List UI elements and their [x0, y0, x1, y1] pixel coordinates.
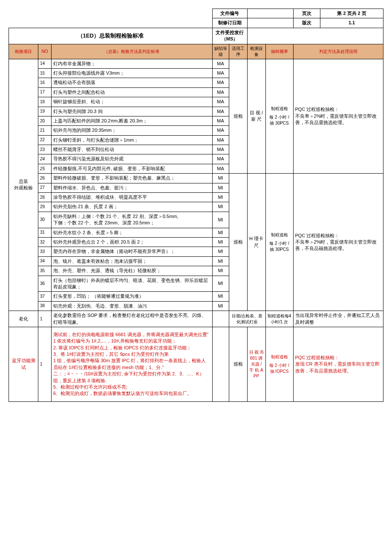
page-value: 第 2 页共 2 页: [320, 9, 383, 18]
group2-freq: 制程巡检 每 2 小时 / 抽 30PCS: [265, 174, 293, 311]
table-row: 总装 外观检验 14 灯内有非金属异物； MA 巡检 目 视 / 塞 尺 制程巡…: [9, 59, 383, 68]
bt-judge: PQC 过程巡检抽检： 发现 CR 类不良时，需反馈车间主管立即改善，不良品需挑…: [293, 327, 383, 401]
group1-freq: 制程巡检 每 2 小时 / 抽 30PCS: [265, 59, 293, 174]
group1-item: 总装 外观检验: [9, 59, 38, 311]
row-no: 14: [38, 59, 52, 68]
group1-equip: 目 视 / 塞 尺: [247, 59, 265, 174]
col-freq: 抽样频率: [265, 44, 293, 59]
aging-freq: 制程巡检每4 小时/1 次: [265, 311, 293, 327]
col-process: 适用工序: [229, 44, 247, 59]
col-no: NO: [38, 44, 52, 59]
issue-value: [247, 28, 383, 44]
col-defect: 缺陷等级: [212, 44, 229, 59]
bt-no: 1: [38, 327, 52, 401]
bt-process: 巡检: [229, 327, 247, 401]
bt-item: 蓝牙功能测试: [9, 327, 38, 401]
group2-judge: PQC 过程巡检抽检： 不良率＞2%时，需反馈车间主管立即改善，不良品福挑选处理…: [293, 174, 383, 311]
col-method: （总装）检验方法及判定标准: [52, 44, 213, 59]
bt-freq: 制程巡检 每 2 小时 / 抽 IOPCS: [265, 327, 293, 401]
bt-defect: [212, 327, 229, 401]
bt-equip: 目 视 /6681 调光器 / 手 机 APP: [247, 327, 265, 401]
rev-date-label: 制修订日期: [212, 18, 247, 28]
page-label: 页次: [293, 9, 320, 18]
aging-method: 老化参数需符合 SOP 要求，检查整灯在老化过程中是否发生不亮、闪烁、灯暗等现象…: [52, 311, 213, 327]
aging-no: 1: [38, 311, 52, 327]
aging-item: 老化: [9, 311, 38, 327]
col-item: 检验项目: [9, 44, 38, 59]
page-title: （1ED）总装制程检验标准: [9, 28, 213, 44]
ver-value: 1.1: [320, 18, 383, 28]
ver-label: 版次: [293, 18, 320, 28]
bluetooth-row: 蓝牙功能测试 1 测试前，在灯的供电电源前接 6681 调光器，并将调光器调至最…: [9, 327, 383, 401]
aging-process: 目视/点检表、老化测试灯座: [229, 311, 265, 327]
col-equip: 检测设备: [247, 44, 265, 59]
row-method: 灯内有非金属异物；: [52, 59, 213, 68]
aging-defect: [212, 311, 229, 327]
row-defect: MA: [212, 59, 229, 68]
doc-no-label: 文件编号: [212, 9, 247, 18]
group1-process: 巡检: [229, 59, 247, 174]
col-judge: 判定方法及处理说明: [293, 44, 383, 59]
group1-judge: PQC 过程巡检抽检： 不良率＞2%时，需反馈车间主管立即改善，不良品需挑选处理…: [293, 59, 383, 174]
issue-label: 文件受控发行（MS）: [212, 28, 247, 44]
group2-process: 巡检: [229, 174, 247, 311]
doc-no-value: [247, 9, 293, 18]
bt-method: 测试前，在灯的供电电源前接 6681 调光器，并将调光器调至最大调光位置” 1 …: [52, 327, 213, 401]
aging-judge: 当出现异常时停止作业，并通知工艺人员及时调整: [293, 311, 383, 327]
rev-date-value: [247, 18, 293, 28]
group2-equip: H 理卡尺: [247, 174, 265, 311]
aging-row: 老化 1 老化参数需符合 SOP 要求，检查整灯在老化过程中是否发生不亮、闪烁、…: [9, 311, 383, 327]
inspection-standard-table: 文件编号 页次 第 2 页共 2 页 制修订日期 版次 1.1 （1ED）总装制…: [9, 9, 383, 402]
